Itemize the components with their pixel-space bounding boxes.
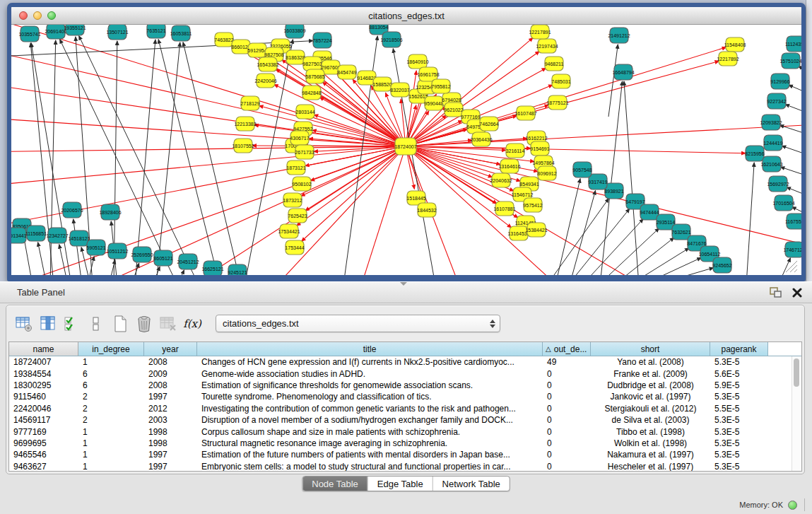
cell-year[interactable]: 1998 xyxy=(144,438,197,448)
cell-out_de[interactable]: 0 xyxy=(543,392,591,402)
column-header-short[interactable]: short xyxy=(591,342,710,356)
cell-year[interactable]: 2009 xyxy=(144,369,197,379)
cell-out_de[interactable]: 0 xyxy=(543,369,591,379)
cell-title[interactable]: Investigating the contribution of common… xyxy=(197,404,543,414)
new-table-button[interactable] xyxy=(110,313,131,334)
cell-in_degree[interactable]: 1 xyxy=(78,438,144,448)
tab-node-table[interactable]: Node Table xyxy=(302,477,368,491)
cell-in_degree[interactable]: 1 xyxy=(78,427,144,437)
cell-short[interactable]: de Silva et al. (2003) xyxy=(591,415,710,425)
network-canvas[interactable]: 7463822866012859129542322605598275088186… xyxy=(11,25,801,275)
cell-pagerank[interactable]: 5.3E-5 xyxy=(710,450,768,460)
cell-name[interactable]: 9115460 xyxy=(9,392,78,402)
cell-name[interactable]: 19384554 xyxy=(9,369,78,379)
column-header-title[interactable]: title xyxy=(197,342,543,356)
cell-name[interactable]: 18300295 xyxy=(9,380,78,390)
cell-year[interactable]: 2008 xyxy=(144,380,197,390)
cell-pagerank[interactable]: 5.9E-5 xyxy=(710,380,768,390)
cell-title[interactable]: Corpus callosum shape and size in male p… xyxy=(197,427,543,437)
network-window-titlebar[interactable]: citations_edges.txt xyxy=(11,7,801,25)
tab-edge-table[interactable]: Edge Table xyxy=(368,477,433,491)
cell-title[interactable]: Disruption of a novel member of a sodium… xyxy=(197,415,543,425)
cell-name[interactable]: 9699695 xyxy=(9,438,78,448)
table-row[interactable]: 946554611997Estimation of the future num… xyxy=(9,449,801,460)
cell-in_degree[interactable]: 2 xyxy=(78,404,144,414)
cell-out_de[interactable]: 0 xyxy=(543,427,591,437)
cell-name[interactable]: 9777169 xyxy=(9,427,78,437)
cell-short[interactable]: Dudbridge et al. (2008) xyxy=(591,380,710,390)
column-header-in_degree[interactable]: in_degree xyxy=(78,342,144,356)
function-builder-button[interactable]: f(x) xyxy=(182,313,203,334)
select-all-rows-button[interactable] xyxy=(61,313,83,334)
delete-table-button[interactable] xyxy=(158,313,179,334)
cell-title[interactable]: Genome-wide association studies in ADHD. xyxy=(197,369,543,379)
cell-name[interactable]: 9463627 xyxy=(9,462,78,472)
cell-out_de[interactable]: 0 xyxy=(543,415,591,425)
cell-title[interactable]: Tourette syndrome. Phenomenology and cla… xyxy=(197,392,543,402)
cell-pagerank[interactable]: 5.6E-5 xyxy=(710,369,768,379)
cell-short[interactable]: Jankovic et al. (1997) xyxy=(591,392,710,402)
cell-short[interactable]: Hescheler et al. (1997) xyxy=(591,462,710,472)
cell-pagerank[interactable]: 5.3E-5 xyxy=(710,438,768,448)
table-row[interactable]: 977716911998Corpus callosum shape and si… xyxy=(9,426,801,437)
table-row[interactable]: 1456911722003Disruption of a novel membe… xyxy=(9,414,801,426)
cell-in_degree[interactable]: 6 xyxy=(78,380,144,390)
delete-rows-button[interactable] xyxy=(134,313,155,334)
cell-short[interactable]: Yano et al. (2008) xyxy=(591,357,710,367)
show-columns-button[interactable] xyxy=(37,313,59,334)
unselect-all-rows-button[interactable] xyxy=(86,313,107,334)
table-row[interactable]: 1938455462009Genome-wide association stu… xyxy=(9,368,801,379)
table-body[interactable]: 1872400712008Changes of HCN gene express… xyxy=(9,356,801,472)
table-header-row[interactable]: namein_degreeyeartitle△out_de...shortpag… xyxy=(9,342,801,356)
cell-out_de[interactable]: 0 xyxy=(543,438,591,448)
float-panel-icon[interactable] xyxy=(770,287,782,298)
cell-year[interactable]: 1997 xyxy=(144,392,197,402)
cell-title[interactable]: Structural magnetic resonance image aver… xyxy=(197,438,543,448)
table-settings-button[interactable] xyxy=(13,313,35,334)
cell-year[interactable]: 1997 xyxy=(144,450,197,460)
cell-out_de[interactable]: 0 xyxy=(543,404,591,414)
cell-pagerank[interactable]: 5.3E-5 xyxy=(710,415,768,425)
cell-in_degree[interactable]: 1 xyxy=(78,462,144,472)
cell-name[interactable]: 9465546 xyxy=(9,450,78,460)
column-header-name[interactable]: name xyxy=(9,342,78,356)
table-row[interactable]: 911546021997Tourette syndrome. Phenomeno… xyxy=(9,391,801,402)
cell-in_degree[interactable]: 2 xyxy=(78,415,144,425)
cell-pagerank[interactable]: 5.3E-5 xyxy=(710,427,768,437)
table-vertical-scrollbar[interactable] xyxy=(792,356,801,471)
cell-pagerank[interactable]: 5.5E-5 xyxy=(710,404,768,414)
column-header-out_de[interactable]: △out_de... xyxy=(543,342,591,356)
cell-year[interactable]: 1997 xyxy=(144,462,197,472)
cell-title[interactable]: Estimation of the future numbers of pati… xyxy=(197,450,543,460)
cell-out_de[interactable]: 0 xyxy=(543,462,591,472)
cell-in_degree[interactable]: 1 xyxy=(78,357,144,367)
close-panel-icon[interactable] xyxy=(792,288,802,298)
cell-in_degree[interactable]: 6 xyxy=(78,369,144,379)
cell-year[interactable]: 2003 xyxy=(144,415,197,425)
cell-name[interactable]: 14569117 xyxy=(9,415,78,425)
cell-out_de[interactable]: 0 xyxy=(543,380,591,390)
cell-pagerank[interactable]: 5.3E-5 xyxy=(710,357,768,367)
cell-name[interactable]: 22420046 xyxy=(9,404,78,414)
cell-out_de[interactable]: 0 xyxy=(543,450,591,460)
scrollbar-thumb[interactable] xyxy=(794,358,799,387)
cell-title[interactable]: Changes of HCN gene expression and I(f) … xyxy=(197,357,543,367)
cell-year[interactable]: 2012 xyxy=(144,404,197,414)
cell-short[interactable]: Franke et al. (2009) xyxy=(591,369,710,379)
column-header-year[interactable]: year xyxy=(144,342,197,356)
table-row[interactable]: 1872400712008Changes of HCN gene express… xyxy=(9,356,801,368)
citation-network-graph[interactable]: 7463822866012859129542322605598275088186… xyxy=(11,25,801,275)
cell-short[interactable]: Wolkin et al. (1998) xyxy=(591,438,710,448)
cell-in_degree[interactable]: 1 xyxy=(78,450,144,460)
cell-title[interactable]: Embryonic stem cells: a model to study s… xyxy=(197,462,543,472)
tab-network-table[interactable]: Network Table xyxy=(433,477,510,491)
cell-short[interactable]: Nakamura et al. (1997) xyxy=(591,450,710,460)
cell-short[interactable]: Stergiakouli et al. (2012) xyxy=(591,404,710,414)
cell-year[interactable]: 2008 xyxy=(144,357,197,367)
cell-out_de[interactable]: 49 xyxy=(543,357,591,367)
cell-pagerank[interactable]: 5.3E-5 xyxy=(710,462,768,472)
cell-short[interactable]: Tibbo et al. (1998) xyxy=(591,427,710,437)
cell-year[interactable]: 1998 xyxy=(144,427,197,437)
network-table-select[interactable]: citations_edges.txt xyxy=(216,315,500,332)
cell-title[interactable]: Estimation of significance thresholds fo… xyxy=(197,380,543,390)
